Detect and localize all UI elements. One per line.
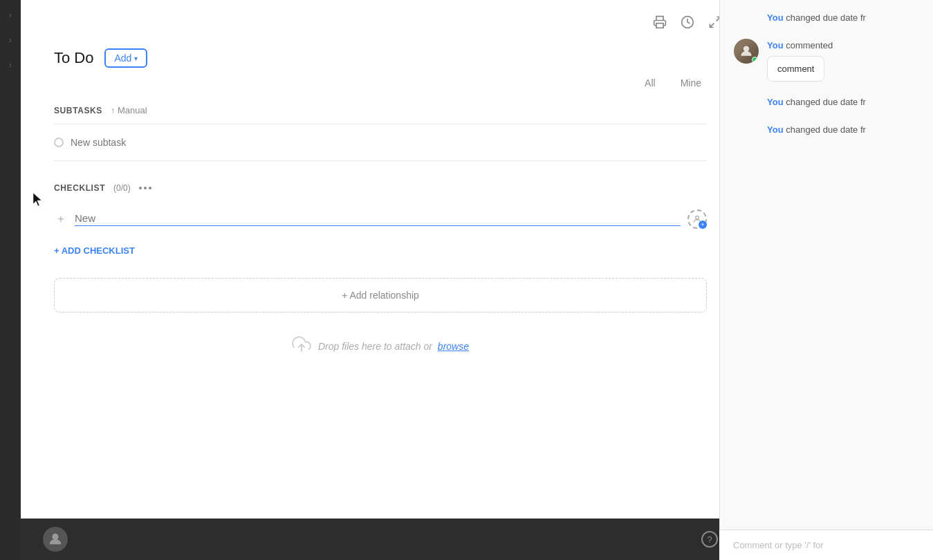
user-avatar: [43, 527, 68, 552]
task-panel: To Do Add ▾ All Mine SUBTASKS ↑ Manual: [21, 0, 740, 560]
assign-plus-icon: +: [699, 221, 707, 229]
filter-mine-button[interactable]: Mine: [675, 75, 707, 91]
task-content: To Do Add ▾ All Mine SUBTASKS ↑ Manual: [21, 37, 740, 560]
activity-text: You commented: [767, 39, 833, 53]
checklist-more-button[interactable]: [139, 187, 151, 189]
help-icon[interactable]: ?: [701, 531, 718, 548]
drop-files-area[interactable]: Drop files here to attach or browse: [54, 318, 707, 375]
checklist-label: CHECKLIST: [54, 183, 105, 193]
add-item-icon[interactable]: +: [54, 213, 68, 225]
activity-content: You commented comment: [767, 39, 833, 82]
new-subtask-input[interactable]: [71, 137, 707, 148]
comment-input-row[interactable]: Comment or type '/' for: [719, 530, 933, 560]
assign-user-button[interactable]: +: [687, 209, 707, 229]
activity-action: changed due date fr: [786, 124, 866, 135]
add-button[interactable]: Add ▾: [104, 48, 147, 68]
activity-text: You changed due date fr: [767, 123, 866, 137]
add-checklist-button[interactable]: + ADD CHECKLIST: [54, 240, 135, 261]
activity-you-label: You: [767, 97, 784, 107]
svg-rect-0: [656, 24, 663, 28]
checklist-item-row: + +: [54, 204, 707, 234]
left-sidebar-strip: › › ›: [0, 0, 21, 560]
dot-icon: [144, 187, 147, 189]
sort-manual-button[interactable]: ↑ Manual: [111, 105, 147, 115]
checklist-item-input[interactable]: [75, 212, 681, 226]
print-icon[interactable]: [652, 14, 668, 30]
activity-action: commented: [786, 40, 833, 50]
svg-point-7: [743, 46, 749, 51]
online-indicator: [752, 57, 758, 63]
checklist-section: CHECKLIST (0/0) + +: [54, 183, 707, 261]
filter-all-button[interactable]: All: [639, 75, 661, 91]
activity-you-label: You: [767, 12, 784, 23]
sort-arrow-icon: ↑: [111, 106, 115, 115]
subtasks-label: SUBTASKS: [54, 106, 102, 115]
strip-icon-1[interactable]: ›: [3, 8, 17, 22]
activity-you-label: You: [767, 40, 784, 50]
add-chevron-icon: ▾: [134, 55, 138, 62]
checklist-header: CHECKLIST (0/0): [54, 183, 707, 193]
svg-point-6: [52, 534, 58, 540]
comment-text: comment: [777, 64, 814, 74]
subtasks-header: SUBTASKS ↑ Manual: [54, 105, 707, 115]
help-question-mark: ?: [707, 534, 712, 545]
browse-link[interactable]: browse: [438, 341, 469, 352]
activity-you-label: You: [767, 124, 784, 135]
dot-icon: [149, 187, 151, 189]
activity-action: changed due date fr: [786, 97, 866, 107]
upload-icon: [292, 335, 311, 358]
activity-text: You changed due date fr: [767, 95, 866, 109]
add-relationship-button[interactable]: + Add relationship: [54, 278, 707, 312]
user-avatar: [734, 39, 759, 64]
activity-item: You changed due date fr: [734, 95, 919, 109]
activity-list: You changed due date fr You commented: [720, 0, 933, 560]
activity-text: You changed due date fr: [767, 11, 866, 25]
strip-icon-2[interactable]: ›: [3, 33, 17, 47]
task-title: To Do: [54, 49, 93, 67]
activity-item: You changed due date fr: [734, 11, 919, 25]
comment-bubble: comment: [767, 56, 824, 82]
subtask-circle-icon: [54, 138, 64, 147]
history-icon[interactable]: [679, 14, 696, 30]
activity-item: You commented comment: [734, 39, 919, 82]
subtasks-divider: [54, 124, 707, 124]
svg-line-3: [710, 24, 714, 28]
checklist-count: (0/0): [113, 183, 131, 193]
svg-point-4: [696, 216, 699, 219]
subtasks-bottom-divider: [54, 160, 707, 161]
right-panel: You changed due date fr You commented: [719, 0, 933, 560]
new-subtask-row: [54, 130, 707, 155]
drop-files-text: Drop files here to attach or browse: [318, 341, 469, 352]
comment-placeholder: Comment or type '/' for: [733, 540, 824, 550]
toolbar: [21, 0, 740, 37]
strip-icon-3[interactable]: ›: [3, 58, 17, 72]
activity-item: You changed due date fr: [734, 123, 919, 137]
bottom-bar: ?: [21, 519, 740, 560]
dot-icon: [139, 187, 142, 189]
activity-action: changed due date fr: [786, 12, 866, 23]
